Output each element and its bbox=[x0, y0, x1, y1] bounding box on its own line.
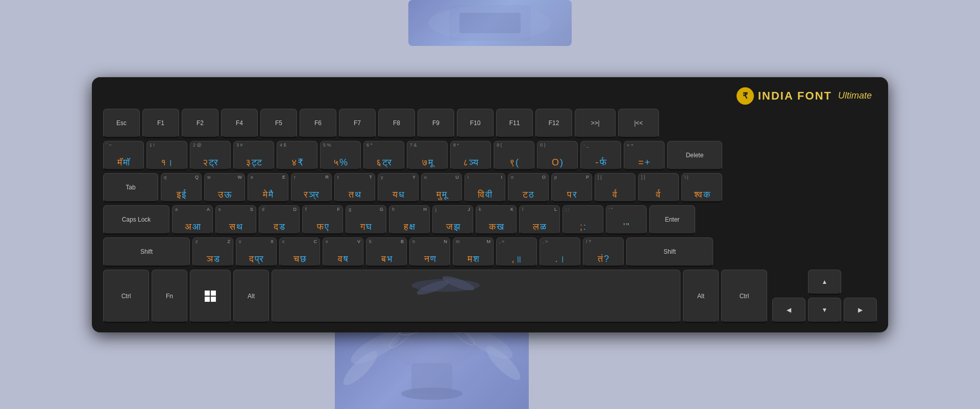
key-arrow-left[interactable]: ◀ bbox=[772, 298, 805, 323]
key-g[interactable]: gG गघ bbox=[346, 205, 386, 235]
key-quote[interactable]: ' " '" bbox=[606, 205, 647, 235]
key-arrow-down[interactable]: ▼ bbox=[808, 298, 841, 323]
key-r[interactable]: rR रञ्र bbox=[291, 173, 332, 203]
key-ctrl-right[interactable]: Ctrl bbox=[721, 270, 767, 323]
key-h[interactable]: hH हक्ष bbox=[389, 205, 430, 235]
key-shift-right[interactable]: Shift bbox=[626, 237, 713, 267]
key-media-fwd[interactable]: >>| bbox=[575, 109, 616, 138]
row-numbers: ` ~ मॅमॉ 1 ! १। 2 @ २ट्र 3 # ३ट्ट bbox=[103, 141, 877, 171]
key-arrow-right[interactable]: ▶ bbox=[844, 298, 877, 323]
key-semicolon[interactable]: ; : ;: bbox=[562, 205, 603, 235]
key-x[interactable]: xX दप्र bbox=[236, 237, 277, 267]
key-tab[interactable]: Tab bbox=[103, 173, 158, 203]
key-4[interactable]: 4 $ ४₹ bbox=[277, 141, 317, 171]
key-f7[interactable]: F7 bbox=[339, 109, 376, 138]
key-f1[interactable]: F1 bbox=[142, 109, 179, 138]
brand-name: INDIA FONT bbox=[758, 89, 832, 103]
key-shift-left[interactable]: Shift bbox=[103, 237, 190, 267]
key-o[interactable]: oO टठ bbox=[508, 173, 549, 203]
brand-sub: Ultimate bbox=[838, 90, 872, 101]
key-v[interactable]: vV वष bbox=[323, 237, 363, 267]
key-period[interactable]: . > .। bbox=[540, 237, 580, 267]
key-z[interactable]: zZ ञड bbox=[192, 237, 233, 267]
brand-logo: ₹ INDIA FONT Ultimate bbox=[737, 87, 872, 105]
key-f8[interactable]: F8 bbox=[378, 109, 415, 138]
row-zxcv: Shift zZ ञड xX दप्र cC चछ bbox=[103, 237, 877, 267]
key-equals[interactable]: = + =+ bbox=[624, 141, 665, 171]
key-f11[interactable]: F11 bbox=[496, 109, 533, 138]
brand-header: ₹ INDIA FONT Ultimate bbox=[103, 87, 877, 105]
svg-rect-6 bbox=[211, 297, 216, 302]
key-b[interactable]: bB बभ bbox=[366, 237, 407, 267]
key-n[interactable]: nN नण bbox=[409, 237, 450, 267]
key-e[interactable]: eE मेमै bbox=[248, 173, 288, 203]
key-j[interactable]: jJ जझ bbox=[432, 205, 473, 235]
key-a[interactable]: aA अआ bbox=[172, 205, 213, 235]
key-bracket-l[interactable]: [ { र्व bbox=[595, 173, 635, 203]
key-f12[interactable]: F12 bbox=[535, 109, 572, 138]
key-esc[interactable]: Esc bbox=[103, 109, 140, 138]
keyboard-rows: Esc F1 F2 F4 F5 F6 F7 F8 F9 F10 F11 F12 … bbox=[103, 109, 877, 323]
key-8[interactable]: 8 * ८ञ्य bbox=[450, 141, 491, 171]
svg-rect-4 bbox=[211, 291, 216, 296]
key-d[interactable]: dD दड bbox=[259, 205, 300, 235]
deco-top bbox=[408, 0, 572, 46]
key-minus[interactable]: - _ -र्फ bbox=[580, 141, 621, 171]
key-caps-lock[interactable]: Caps Lock bbox=[103, 205, 169, 235]
key-backtick[interactable]: ` ~ मॅमॉ bbox=[103, 141, 144, 171]
key-q[interactable]: qQ इई bbox=[161, 173, 202, 203]
key-3[interactable]: 3 # ३ट्ट bbox=[233, 141, 274, 171]
key-fn[interactable]: Fn bbox=[152, 270, 187, 323]
key-i[interactable]: iI विवी bbox=[464, 173, 505, 203]
key-2[interactable]: 2 @ २ट्र bbox=[190, 141, 231, 171]
key-arrow-up[interactable]: ▲ bbox=[808, 270, 841, 295]
key-enter[interactable]: Enter bbox=[649, 205, 695, 235]
space-bar-decoration bbox=[395, 273, 497, 298]
key-y[interactable]: yY यध bbox=[378, 173, 419, 203]
key-0[interactable]: 0 ) O) bbox=[537, 141, 578, 171]
key-windows[interactable] bbox=[190, 270, 231, 323]
key-f2[interactable]: F2 bbox=[182, 109, 218, 138]
key-k[interactable]: kK कख bbox=[476, 205, 517, 235]
key-7[interactable]: 7 & ७मू bbox=[407, 141, 448, 171]
svg-rect-2 bbox=[459, 13, 521, 33]
row-qwerty: Tab qQ इई wW उऊ eE मेमै bbox=[103, 173, 877, 203]
key-backslash[interactable]: \ | श्वक bbox=[681, 173, 722, 203]
key-w[interactable]: wW उऊ bbox=[204, 173, 245, 203]
key-comma[interactable]: , < ,॥ bbox=[496, 237, 537, 267]
brand-icon: ₹ bbox=[737, 87, 754, 105]
row-asdf: Caps Lock aA अआ sS सथ dD दड bbox=[103, 205, 877, 235]
key-f10[interactable]: F10 bbox=[457, 109, 494, 138]
key-u[interactable]: uU मुमू bbox=[421, 173, 462, 203]
key-f9[interactable]: F9 bbox=[418, 109, 454, 138]
keyboard: ₹ INDIA FONT Ultimate Esc F1 F2 F4 F5 F6… bbox=[92, 77, 888, 332]
key-f4[interactable]: F4 bbox=[221, 109, 258, 138]
svg-rect-5 bbox=[205, 297, 210, 302]
key-l[interactable]: lL लळ bbox=[519, 205, 560, 235]
key-5[interactable]: 5 % ५% bbox=[320, 141, 361, 171]
key-alt-right[interactable]: Alt bbox=[683, 270, 719, 323]
row-bottom: Ctrl Fn Alt bbox=[103, 270, 877, 323]
key-6[interactable]: 6 ^ ६ट्र bbox=[363, 141, 404, 171]
key-alt-left[interactable]: Alt bbox=[233, 270, 269, 323]
svg-rect-3 bbox=[205, 291, 210, 296]
key-p[interactable]: pP पर bbox=[551, 173, 592, 203]
key-space[interactable] bbox=[272, 270, 680, 323]
key-m[interactable]: mM मश bbox=[453, 237, 494, 267]
key-s[interactable]: sS सथ bbox=[215, 205, 256, 235]
key-delete[interactable]: Delete bbox=[667, 141, 722, 171]
key-bracket-r[interactable]: ] } र्व bbox=[638, 173, 679, 203]
key-f6[interactable]: F6 bbox=[300, 109, 336, 138]
key-1[interactable]: 1 ! १। bbox=[146, 141, 187, 171]
key-t[interactable]: tT तथ bbox=[334, 173, 375, 203]
svg-point-12 bbox=[401, 388, 462, 400]
key-9[interactable]: 9 ( ९( bbox=[494, 141, 534, 171]
page-wrapper: ₹ INDIA FONT Ultimate Esc F1 F2 F4 F5 F6… bbox=[0, 0, 980, 409]
key-f-alpha[interactable]: fF फए bbox=[302, 205, 343, 235]
key-media-back[interactable]: |<< bbox=[618, 109, 659, 138]
key-ctrl-left[interactable]: Ctrl bbox=[103, 270, 149, 323]
row-function: Esc F1 F2 F4 F5 F6 F7 F8 F9 F10 F11 F12 … bbox=[103, 109, 877, 138]
key-slash[interactable]: / ? तं? bbox=[583, 237, 624, 267]
key-f5[interactable]: F5 bbox=[260, 109, 297, 138]
key-c[interactable]: cC चछ bbox=[279, 237, 320, 267]
